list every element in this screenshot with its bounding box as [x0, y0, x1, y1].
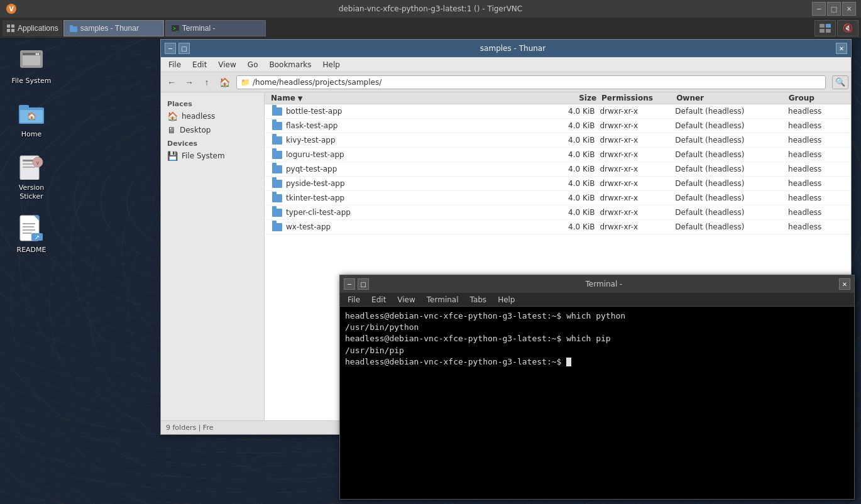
- minimize-button[interactable]: ─: [812, 2, 826, 16]
- col-name-header[interactable]: Name ▼: [265, 94, 552, 102]
- folder-icon: [271, 164, 283, 174]
- file-owner: Default (headless): [675, 179, 788, 188]
- file-permissions: drwxr-xr-x: [600, 136, 675, 145]
- terminal-file-menu[interactable]: File: [343, 295, 365, 305]
- svg-rect-26: [23, 167, 35, 168]
- terminal-taskbar-button[interactable]: >_ Terminal -: [165, 20, 266, 36]
- file-group: headless: [788, 165, 851, 173]
- svg-rect-25: [23, 163, 34, 165]
- readme-label: README: [16, 246, 46, 254]
- thunar-close[interactable]: ✕: [836, 43, 847, 54]
- file-name: pyqt-test-app: [286, 165, 550, 173]
- sidebar-filesystem[interactable]: 💾 File System: [161, 149, 264, 163]
- file-name: flask-test-app: [286, 121, 550, 130]
- thunar-sidebar: Places 🏠 headless 🖥 Desktop Devices 💾 Fi…: [161, 92, 265, 420]
- table-row[interactable]: kivy-test-app 4.0 KiB drwxr-xr-x Default…: [265, 133, 851, 148]
- applications-menu-button[interactable]: Applications: [3, 20, 62, 36]
- svg-point-17: [36, 53, 38, 55]
- file-system-icon[interactable]: File System: [6, 44, 57, 85]
- taskbar-right: 🔇: [814, 20, 858, 36]
- col-size-header[interactable]: Size: [552, 94, 601, 102]
- terminal-close[interactable]: ✕: [839, 278, 850, 290]
- terminal-line: headless@debian-vnc-xfce-python-g3-lates…: [345, 333, 849, 344]
- search-button[interactable]: 🔍: [832, 75, 848, 89]
- file-name: loguru-test-app: [286, 150, 550, 159]
- home-button[interactable]: 🏠: [216, 74, 233, 90]
- terminal-body[interactable]: headless@debian-vnc-xfce-python-g3-lates…: [340, 307, 854, 499]
- apps-icon: [6, 24, 15, 33]
- maximize-button[interactable]: □: [827, 2, 841, 16]
- desktop-sidebar-icon: 🖥: [167, 125, 176, 135]
- desktop-icons: File System 🏠 Home v Version Sticker: [6, 44, 57, 254]
- file-group: headless: [788, 150, 851, 159]
- table-row[interactable]: wx-test-app 4.0 KiB drwxr-xr-x Default (…: [265, 220, 851, 234]
- address-bar[interactable]: 📁 /home/headless/projects/samples/: [236, 75, 826, 89]
- file-name: wx-test-app: [286, 222, 550, 231]
- readme-img: ↗: [16, 213, 47, 243]
- thunar-bookmarks-menu[interactable]: Bookmarks: [264, 59, 316, 70]
- svg-rect-10: [820, 24, 825, 28]
- sidebar-desktop[interactable]: 🖥 Desktop: [161, 123, 264, 137]
- file-permissions: drwxr-xr-x: [600, 150, 675, 159]
- col-group-header[interactable]: Group: [789, 94, 851, 102]
- file-system-label: File System: [12, 77, 52, 85]
- terminal-tabs-menu[interactable]: Tabs: [465, 295, 492, 305]
- file-permissions: drwxr-xr-x: [600, 179, 675, 188]
- home-folder-icon[interactable]: 🏠 Home: [6, 97, 57, 138]
- window-switcher-button[interactable]: [814, 20, 836, 36]
- table-row[interactable]: loguru-test-app 4.0 KiB drwxr-xr-x Defau…: [265, 148, 851, 162]
- titlebar-left: V: [5, 3, 18, 15]
- address-folder-icon: 📁: [241, 78, 250, 87]
- back-button[interactable]: ←: [163, 74, 180, 90]
- thunar-file-menu[interactable]: File: [163, 59, 186, 70]
- readme-icon[interactable]: ↗ README: [6, 213, 57, 254]
- file-name: bottle-test-app: [286, 107, 550, 116]
- terminal-maximize[interactable]: □: [358, 278, 369, 290]
- file-name: kivy-test-app: [286, 136, 550, 145]
- close-button[interactable]: ✕: [842, 2, 856, 16]
- col-owner-header[interactable]: Owner: [676, 94, 789, 102]
- headless-label: headless: [182, 112, 215, 121]
- table-row[interactable]: pyside-test-app 4.0 KiB drwxr-xr-x Defau…: [265, 177, 851, 191]
- sidebar-headless[interactable]: 🏠 headless: [161, 109, 264, 123]
- table-row[interactable]: pyqt-test-app 4.0 KiB drwxr-xr-x Default…: [265, 162, 851, 177]
- version-sticker-icon[interactable]: v Version Sticker: [6, 151, 57, 200]
- table-row[interactable]: bottle-test-app 4.0 KiB drwxr-xr-x Defau…: [265, 104, 851, 119]
- terminal-view-menu[interactable]: View: [392, 295, 420, 305]
- terminal-minimize[interactable]: ─: [344, 278, 355, 290]
- terminal-help-menu[interactable]: Help: [493, 295, 520, 305]
- thunar-maximize[interactable]: □: [178, 43, 190, 54]
- thunar-edit-menu[interactable]: Edit: [187, 59, 212, 70]
- forward-button[interactable]: →: [181, 74, 197, 90]
- terminal-menubar: File Edit View Terminal Tabs Help: [340, 293, 854, 307]
- col-perms-header[interactable]: Permissions: [601, 94, 676, 102]
- svg-rect-32: [23, 226, 34, 227]
- file-size: 4.0 KiB: [550, 208, 600, 217]
- table-row[interactable]: tkinter-test-app 4.0 KiB drwxr-xr-x Defa…: [265, 191, 851, 205]
- table-row[interactable]: typer-cli-test-app 4.0 KiB drwxr-xr-x De…: [265, 205, 851, 220]
- file-owner: Default (headless): [675, 165, 788, 173]
- thunar-minimize[interactable]: ─: [165, 43, 176, 54]
- volume-button[interactable]: 🔇: [837, 20, 858, 36]
- terminal-terminal-menu[interactable]: Terminal: [422, 295, 464, 305]
- thunar-toolbar: ← → ↑ 🏠 📁 /home/headless/projects/sample…: [161, 72, 851, 92]
- file-group: headless: [788, 179, 851, 188]
- file-group: headless: [788, 222, 851, 231]
- table-row[interactable]: flask-test-app 4.0 KiB drwxr-xr-x Defaul…: [265, 119, 851, 133]
- svg-text:V: V: [9, 6, 14, 13]
- thunar-menubar: File Edit View Go Bookmarks Help: [161, 57, 851, 72]
- file-owner: Default (headless): [675, 194, 788, 202]
- filesystem-sidebar-icon: 💾: [167, 151, 178, 161]
- file-size: 4.0 KiB: [550, 121, 600, 130]
- file-size: 4.0 KiB: [550, 194, 600, 202]
- parent-folder-button[interactable]: ↑: [199, 74, 215, 90]
- thunar-go-menu[interactable]: Go: [243, 59, 263, 70]
- terminal-title: Terminal -: [371, 280, 836, 288]
- folder-icon: [271, 193, 283, 203]
- thunar-title: samples - Thunar: [192, 44, 833, 53]
- thunar-view-menu[interactable]: View: [213, 59, 241, 70]
- terminal-edit-menu[interactable]: Edit: [366, 295, 391, 305]
- file-permissions: drwxr-xr-x: [600, 194, 675, 202]
- thunar-help-menu[interactable]: Help: [318, 59, 345, 70]
- thunar-taskbar-button[interactable]: samples - Thunar: [63, 20, 164, 36]
